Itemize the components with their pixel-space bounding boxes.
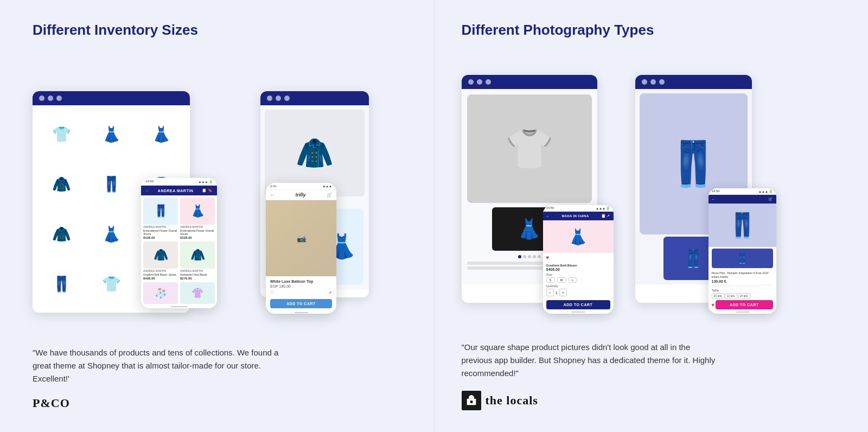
jeans-phone-time: 14:50 bbox=[712, 189, 720, 193]
shirt-add-to-cart[interactable]: ADD TO CART bbox=[546, 300, 610, 309]
dot-3 bbox=[486, 79, 491, 85]
trilly-product-name: White Luxe Balloon Top bbox=[270, 279, 332, 283]
dot-1 bbox=[642, 79, 647, 85]
tshirt-image: 👕 bbox=[467, 94, 592, 203]
phone-product-1: 👖 ANDREA MARTIN Embroidered Flower Overa… bbox=[143, 198, 178, 239]
jeans-product-name: Horse Pilot - Pantalon d'équitation X-Pu… bbox=[712, 271, 773, 278]
product-cell-1: 👕 bbox=[38, 111, 85, 157]
jeans-size-options: 10 ans 12 ans 14 ans bbox=[712, 293, 773, 298]
shirt-detail-phone: 14:50 ▲▲▲ 🔋 ← MADA IN CHINA 📋 ↗ 👗 ♥ bbox=[543, 205, 614, 314]
dot-2 bbox=[650, 79, 656, 85]
shirt-product-price: $406.00 bbox=[546, 268, 610, 271]
shirt-phone-brand: MADA IN CHINA bbox=[562, 214, 589, 218]
phone-time: 14:50 bbox=[145, 180, 154, 183]
shirt-phone-image: 👗 bbox=[543, 220, 614, 253]
jeans-browser-bar bbox=[635, 75, 752, 89]
left-brand-name: P&CO bbox=[33, 396, 70, 410]
dot-1 bbox=[267, 96, 272, 101]
dot-2 bbox=[477, 79, 482, 85]
shirt-quantity-label: Quantity bbox=[546, 284, 610, 288]
qty-plus[interactable]: + bbox=[559, 289, 567, 296]
left-section: Different Inventory Sizes 👕 👗 👗 bbox=[0, 0, 434, 432]
product2-price: $328.00 bbox=[180, 236, 215, 239]
shirt-browser-bar bbox=[462, 75, 597, 89]
right-brand-logo: the locals bbox=[462, 391, 836, 410]
browser-dot-1 bbox=[39, 96, 44, 101]
product4-price: $276.00 bbox=[180, 277, 215, 280]
size-12[interactable]: 12 ans bbox=[725, 293, 737, 298]
quantity-control: − 1 + bbox=[546, 289, 610, 296]
product-cell-4: 🧥 bbox=[38, 161, 85, 207]
browser-dot-2 bbox=[48, 96, 53, 101]
shirt-product-name: Gradient Belt Blazer bbox=[546, 264, 610, 267]
product1-name: Embroidered Flower Overall Shorts bbox=[143, 229, 178, 236]
fashion-browser-bar bbox=[260, 91, 369, 105]
right-section: Different Photography Types 👕 bbox=[435, 0, 869, 432]
right-quote-text: "Our square shape product pictures didn'… bbox=[462, 341, 722, 380]
shirt-size-options: S M L bbox=[546, 277, 610, 283]
left-brand-logo: P&CO bbox=[33, 396, 407, 410]
size-14[interactable]: 14 ans bbox=[738, 293, 750, 298]
left-section-title: Different Inventory Sizes bbox=[33, 22, 407, 39]
product4-name: Sweatshirt Vest Blazer bbox=[180, 273, 215, 276]
dot-1 bbox=[468, 79, 474, 85]
detail-phone: 14:50 ▲▲▲ 🔋 ← ANDREA MARTIN 📋 🔖 bbox=[141, 178, 217, 308]
jeans-heart-icon: ♥ bbox=[712, 302, 714, 308]
phone-product-5: 🧦 bbox=[143, 282, 178, 304]
trilly-time: 2:41 bbox=[270, 185, 277, 188]
product-cell-7: 🧥 bbox=[38, 211, 85, 257]
brand-icon-container bbox=[462, 391, 481, 410]
phone-product-6: 👚 bbox=[180, 282, 215, 304]
left-quote-text: "We have thousands of products and tens … bbox=[33, 346, 293, 385]
dot-3 bbox=[659, 79, 665, 85]
product3-name: Gradient Belt Blazer Jacket bbox=[143, 273, 178, 276]
browser-bar bbox=[33, 91, 190, 105]
shirt-mockup-container: 👕 👗 bbox=[462, 75, 603, 303]
qty-minus[interactable]: − bbox=[546, 289, 554, 296]
trilly-app-name: trilly bbox=[295, 192, 305, 198]
product1-price: $328.00 bbox=[143, 236, 178, 239]
jeans-product-price: 130.00 € bbox=[712, 279, 773, 283]
phone-product-2: 👗 ANDREA MARTIN Embroidered Flower Overa… bbox=[180, 198, 215, 239]
left-mockups-row: 👕 👗 👗 🧥 👖 👕 🧥 👗 👔 👖 👕 bbox=[33, 54, 407, 308]
product2-name: Embroidered Flower Overall Shorts bbox=[180, 229, 215, 236]
size-s[interactable]: S bbox=[546, 277, 555, 283]
size-10[interactable]: 10 ans bbox=[712, 293, 724, 298]
left-mockup-container: 👕 👗 👗 🧥 👖 👕 🧥 👗 👔 👖 👕 bbox=[33, 91, 244, 308]
right-brand-name: the locals bbox=[486, 393, 538, 408]
phone-product-3: 🧥 ANDREA MARTIN Gradient Belt Blazer Jac… bbox=[143, 242, 178, 280]
jeans-detail-phone: 14:50 ▲▲▲ 🔋 ← 🛒 👖 👖 bbox=[709, 188, 776, 314]
fashion-container: 🧥 👗 2:41 ▲▲▲ ← trilly 🛒 bbox=[260, 91, 374, 308]
phone-signal: ▲▲▲ 🔋 bbox=[199, 180, 213, 183]
svg-rect-1 bbox=[470, 401, 473, 403]
qty-value: 1 bbox=[556, 290, 558, 295]
shirt-phone-time: 14:50 bbox=[546, 206, 554, 210]
trilly-phone: 2:41 ▲▲▲ ← trilly 🛒 📷 White Luxe Balloon… bbox=[266, 183, 336, 314]
product3-price: $406.00 bbox=[143, 277, 178, 280]
jeans-add-to-cart[interactable]: ADD TO CART bbox=[716, 300, 773, 309]
shop-icon bbox=[466, 395, 477, 406]
jeans-phone-image: 👖 bbox=[709, 204, 776, 247]
size-m[interactable]: M bbox=[557, 277, 566, 283]
trilly-add-to-cart[interactable]: ADD TO CART bbox=[270, 299, 332, 308]
trilly-product-price: EGP 180.00 bbox=[270, 284, 332, 288]
right-mockups-row: 👕 👗 bbox=[462, 54, 836, 303]
dot-3 bbox=[284, 96, 290, 101]
shirt-heart-icon: ♥ bbox=[546, 255, 550, 261]
dot-2 bbox=[276, 96, 281, 101]
jeans-phone-secondary: 👖 bbox=[712, 249, 773, 268]
product-cell-8: 👗 bbox=[88, 211, 135, 257]
left-quote-section: "We have thousands of products and tens … bbox=[33, 335, 407, 410]
trilly-signal: ▲▲▲ bbox=[322, 185, 332, 188]
jeans-mockup-container: 👖 👖 14:50 ▲▲▲ 🔋 ← bbox=[635, 75, 760, 303]
phone-product-4: 🧥 ANDREA MARTIN Sweatshirt Vest Blazer $… bbox=[180, 242, 215, 280]
product-cell-11: 👕 bbox=[88, 261, 135, 307]
product-cell-10: 👖 bbox=[38, 261, 85, 307]
right-quote-section: "Our square shape product pictures didn'… bbox=[462, 330, 836, 410]
woman-photo: 📷 bbox=[266, 200, 336, 276]
browser-dot-3 bbox=[56, 96, 62, 101]
shirt-size-label: Size bbox=[546, 273, 610, 276]
product-cell-3: 👗 bbox=[138, 111, 184, 157]
size-l[interactable]: L bbox=[569, 277, 577, 283]
product-cell-2: 👗 bbox=[88, 111, 135, 157]
